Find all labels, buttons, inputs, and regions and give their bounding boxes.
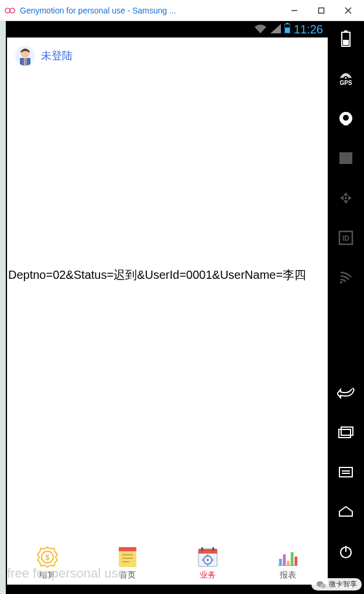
menu-button[interactable] <box>334 460 358 484</box>
minimize-button[interactable] <box>281 0 308 21</box>
svg-text:ID: ID <box>342 234 349 243</box>
nav-label: 业务 <box>200 570 216 581</box>
svg-rect-44 <box>339 152 352 155</box>
screencast-button[interactable] <box>334 146 358 170</box>
svg-point-45 <box>345 197 347 199</box>
battery-widget-icon[interactable] <box>334 27 358 50</box>
recent-apps-button[interactable] <box>334 421 358 444</box>
wechat-badge: 微卡智享 <box>311 578 362 590</box>
svg-point-48 <box>340 281 342 284</box>
user-label: 未登陆 <box>41 49 73 63</box>
cell-signal-icon <box>270 23 281 36</box>
svg-text:$: $ <box>45 553 50 562</box>
coin-icon: $ <box>36 546 59 568</box>
genymotion-logo-icon <box>2 6 19 15</box>
svg-rect-33 <box>290 552 293 565</box>
close-button[interactable] <box>335 0 362 21</box>
svg-rect-21 <box>198 549 217 554</box>
android-status-bar: 11:26 <box>7 21 328 37</box>
svg-point-0 <box>5 8 10 13</box>
svg-rect-12 <box>25 58 26 66</box>
watermark-text: free for personal use <box>7 566 125 581</box>
svg-rect-31 <box>283 554 286 565</box>
window-controls <box>281 0 362 21</box>
app-body: 未登陆 Deptno=02&Status=迟到&UserId=0001&User… <box>7 37 328 585</box>
status-clock: 11:26 <box>294 23 323 36</box>
emulator-wrap: 11:26 <box>6 21 364 594</box>
svg-point-41 <box>343 115 349 121</box>
left-gutter <box>0 21 6 594</box>
power-button[interactable] <box>334 540 358 564</box>
remote-button[interactable] <box>334 186 358 210</box>
svg-rect-23 <box>212 547 214 551</box>
svg-rect-34 <box>294 557 297 565</box>
svg-rect-16 <box>119 547 136 551</box>
window-titlebar: Genymotion for personal use - Samsung ..… <box>0 0 364 21</box>
svg-point-1 <box>10 8 15 13</box>
svg-rect-38 <box>343 40 349 45</box>
svg-rect-19 <box>122 561 129 562</box>
svg-point-60 <box>320 583 326 588</box>
home-button[interactable] <box>334 500 358 524</box>
svg-rect-22 <box>201 547 203 551</box>
emulator-screen: 11:26 <box>7 21 328 585</box>
nav-item-business[interactable]: 业务 <box>197 546 219 581</box>
svg-rect-51 <box>339 467 352 477</box>
avatar-icon <box>15 46 35 66</box>
bottom-nav: free for personal use $ 结算 首页 <box>7 541 328 585</box>
svg-rect-18 <box>122 558 133 559</box>
debug-text: Deptno=02&Status=迟到&UserId=0001&UserName… <box>7 267 328 283</box>
calendar-icon <box>197 546 219 568</box>
gps-label: GPS <box>339 80 352 86</box>
svg-rect-43 <box>339 155 352 164</box>
window-title: Genymotion for personal use - Samsung ..… <box>19 6 281 15</box>
maximize-button[interactable] <box>308 0 335 21</box>
camera-button[interactable] <box>334 107 358 130</box>
network-button[interactable] <box>334 266 358 289</box>
user-info-row[interactable]: 未登陆 <box>7 37 328 68</box>
svg-rect-32 <box>287 561 290 565</box>
battery-icon <box>284 23 290 36</box>
nav-label: 报表 <box>280 570 296 581</box>
svg-point-25 <box>207 559 209 561</box>
svg-rect-30 <box>279 558 281 565</box>
genymotion-toolbar: GPS ID <box>328 21 364 594</box>
nav-item-settlement[interactable]: $ 结算 <box>36 546 59 581</box>
svg-rect-8 <box>285 28 290 33</box>
workspace: 11:26 <box>0 21 364 594</box>
identifier-button[interactable]: ID <box>334 226 358 250</box>
wechat-icon <box>316 580 327 589</box>
wifi-icon <box>254 25 267 34</box>
book-icon <box>116 546 139 568</box>
gps-button[interactable]: GPS <box>334 67 358 90</box>
svg-rect-17 <box>122 554 133 555</box>
chart-icon <box>277 546 299 568</box>
back-button[interactable] <box>334 381 358 404</box>
nav-label: 结算 <box>39 570 56 581</box>
nav-label: 首页 <box>119 570 136 581</box>
wechat-label: 微卡智享 <box>329 579 357 589</box>
emulator-frame: 11:26 <box>6 21 364 594</box>
nav-item-report[interactable]: 报表 <box>277 546 299 581</box>
svg-rect-42 <box>344 124 348 125</box>
svg-rect-3 <box>319 8 324 13</box>
nav-item-home[interactable]: 首页 <box>116 546 139 581</box>
svg-point-39 <box>345 77 347 79</box>
